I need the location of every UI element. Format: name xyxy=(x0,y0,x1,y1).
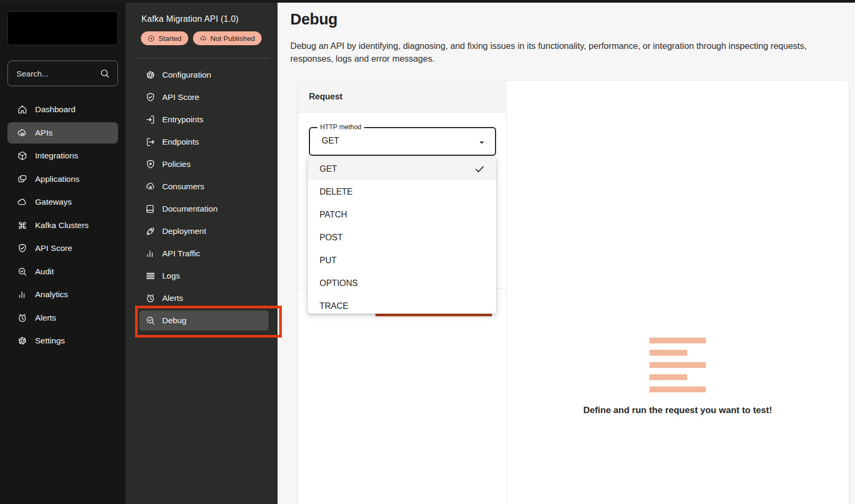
shield-star-icon xyxy=(145,159,156,170)
rocket-icon xyxy=(145,226,156,237)
api-nav-item-label: API Score xyxy=(162,93,199,102)
shield-check-icon xyxy=(145,92,156,103)
sidebar-item-label: Alerts xyxy=(35,313,56,323)
http-method-select[interactable]: HTTP method GET xyxy=(309,127,496,156)
cloud-icon xyxy=(17,197,28,207)
search-check-icon xyxy=(17,266,28,277)
sidebar-item-settings[interactable]: Settings xyxy=(7,330,118,351)
cube-icon xyxy=(17,150,28,161)
option-label: TRACE xyxy=(320,301,348,311)
api-nav-item-policies[interactable]: Policies xyxy=(139,154,269,174)
sidebar-item-alerts[interactable]: Alerts xyxy=(7,307,118,329)
sidebar-item-audit[interactable]: Audit xyxy=(7,261,118,282)
search-icon xyxy=(99,68,110,79)
option-label: OPTIONS xyxy=(320,279,358,288)
api-nav-item-deployment[interactable]: Deployment xyxy=(139,221,269,241)
status-badge-not-published: Not Published xyxy=(193,31,262,45)
api-nav-item-label: Consumers xyxy=(162,182,204,191)
api-nav-item-alerts[interactable]: Alerts xyxy=(139,288,269,308)
option-label: PUT xyxy=(320,256,337,265)
sidebar-item-analytics[interactable]: Analytics xyxy=(7,284,118,305)
response-empty-state: Define and run the request you want to t… xyxy=(583,338,772,416)
api-nav-item-label: API Traffic xyxy=(162,249,200,258)
option-label: DELETE xyxy=(320,187,353,197)
sidebar-item-integrations[interactable]: Integrations xyxy=(7,145,118,166)
api-nav-item-label: Endpoints xyxy=(162,137,199,147)
window-top-edge xyxy=(0,0,855,3)
dropdown-option-patch[interactable]: PATCH xyxy=(308,203,496,226)
arrow-into-bracket-icon xyxy=(145,114,156,125)
dropdown-option-delete[interactable]: DELETE xyxy=(308,180,496,203)
dropdown-option-put[interactable]: PUT xyxy=(308,249,496,272)
http-method-value: GET xyxy=(322,136,339,146)
alarm-clock-icon xyxy=(17,313,28,323)
primary-nav: Dashboard APIs Integrations Applications… xyxy=(7,99,118,354)
sidebar-item-applications[interactable]: Applications xyxy=(7,169,118,190)
primary-sidebar: Dashboard APIs Integrations Applications… xyxy=(0,0,125,504)
api-nav-item-label: Configuration xyxy=(162,70,211,80)
page-title: Debug xyxy=(290,11,855,28)
search-check-icon xyxy=(145,315,156,326)
api-nav-item-entrypoints[interactable]: Entrypoints xyxy=(139,110,269,130)
empty-state-text: Define and run the request you want to t… xyxy=(583,405,772,416)
home-icon xyxy=(17,104,28,115)
api-nav-item-label: Documentation xyxy=(162,204,217,214)
cloud-arrow-icon xyxy=(199,35,207,43)
api-nav-item-label: Deployment xyxy=(162,226,206,236)
api-nav-item-api-score[interactable]: API Score xyxy=(139,87,269,107)
badge-label: Not Published xyxy=(211,35,255,43)
api-nav-item-api-traffic[interactable]: API Traffic xyxy=(139,243,269,264)
debug-card: Request HTTP method GET GET DELETE PATCH xyxy=(298,81,849,504)
play-circle-icon xyxy=(147,35,155,43)
windows-stack-icon xyxy=(17,174,28,184)
divider xyxy=(135,58,269,58)
page-description: Debug an API by identifying, diagnosing,… xyxy=(290,40,825,65)
placeholder-bar xyxy=(649,374,687,380)
sidebar-item-label: Settings xyxy=(35,336,65,346)
sidebar-item-kafka-clusters[interactable]: Kafka Clusters xyxy=(7,215,118,236)
api-sidebar: Kafka Migration API (1.0) Started Not Pu… xyxy=(125,0,278,504)
placeholder-bar xyxy=(649,338,706,343)
alarm-clock-icon xyxy=(145,293,156,304)
check-icon xyxy=(474,163,485,175)
sidebar-item-api-score[interactable]: API Score xyxy=(7,238,118,259)
sidebar-item-apis[interactable]: APIs xyxy=(7,122,118,144)
dropdown-option-trace[interactable]: TRACE xyxy=(308,295,496,314)
api-status-badges: Started Not Published xyxy=(125,31,278,45)
search-box[interactable] xyxy=(7,61,118,86)
sidebar-item-label: Gateways xyxy=(35,197,72,207)
sidebar-item-label: APIs xyxy=(35,128,53,138)
http-method-dropdown: GET DELETE PATCH POST PUT OPTIONS xyxy=(308,157,496,314)
cloud-user-icon xyxy=(145,181,156,192)
status-badge-started: Started xyxy=(141,31,188,45)
dropdown-option-get[interactable]: GET xyxy=(308,157,496,180)
sidebar-item-label: Dashboard xyxy=(35,105,76,114)
api-nav-item-configuration[interactable]: Configuration xyxy=(139,65,269,85)
option-label: GET xyxy=(320,164,337,174)
kafka-nodes-icon xyxy=(17,220,28,231)
bar-chart-icon xyxy=(145,248,156,259)
api-nav-item-debug[interactable]: Debug xyxy=(139,310,269,331)
badge-label: Started xyxy=(158,35,182,43)
sidebar-item-gateways[interactable]: Gateways xyxy=(7,191,118,213)
response-panel: Define and run the request you want to t… xyxy=(507,81,849,504)
book-icon xyxy=(145,204,156,214)
option-label: PATCH xyxy=(320,210,347,220)
sidebar-item-dashboard[interactable]: Dashboard xyxy=(7,99,118,120)
api-nav-item-consumers[interactable]: Consumers xyxy=(139,177,269,197)
http-method-label: HTTP method xyxy=(317,123,364,131)
api-nav-item-label: Entrypoints xyxy=(162,115,204,124)
api-nav-item-logs[interactable]: Logs xyxy=(139,266,269,286)
sidebar-item-label: Audit xyxy=(35,267,54,276)
api-nav-item-endpoints[interactable]: Endpoints xyxy=(139,132,269,152)
search-input[interactable] xyxy=(15,69,95,79)
shield-check-icon xyxy=(17,243,28,254)
placeholder-bar xyxy=(649,362,706,368)
api-nav-item-documentation[interactable]: Documentation xyxy=(139,199,269,219)
sidebar-item-label: Integrations xyxy=(35,151,78,161)
cloud-gear-icon xyxy=(17,128,28,138)
dropdown-option-post[interactable]: POST xyxy=(308,226,496,249)
api-nav-item-label: Debug xyxy=(162,316,187,325)
dropdown-option-options[interactable]: OPTIONS xyxy=(308,272,496,295)
api-nav-item-label: Policies xyxy=(162,159,190,169)
